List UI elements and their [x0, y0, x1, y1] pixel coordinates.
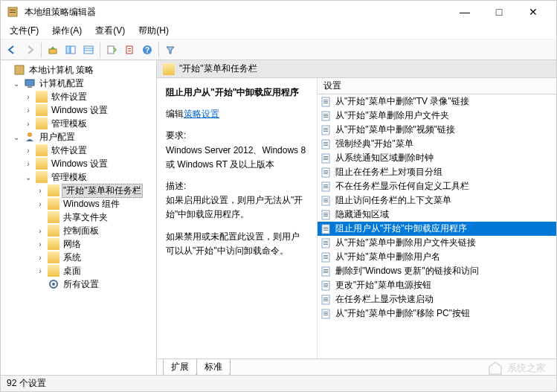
tree-root[interactable]: 本地计算机 策略	[1, 63, 156, 77]
tree-item[interactable]: ›控制面板	[1, 224, 156, 237]
up-button[interactable]	[45, 42, 61, 58]
list-item[interactable]: 从"开始"菜单删除用户文件夹	[318, 109, 556, 123]
tree-item[interactable]: ›网络	[1, 237, 156, 251]
menu-view[interactable]: 查看(V)	[89, 23, 131, 39]
policy-item-icon	[321, 308, 332, 320]
list-item[interactable]: 从"开始"菜单中删除用户名	[318, 250, 556, 264]
tree-item[interactable]: ›Windows 组件	[1, 197, 156, 211]
app-icon	[7, 6, 19, 18]
svg-rect-67	[323, 257, 328, 257]
menu-file[interactable]: 文件(F)	[4, 23, 45, 39]
svg-rect-35	[323, 144, 328, 144]
policy-item-icon	[321, 223, 332, 235]
description-text-2: 如果禁用或未配置此设置，则用户可以从"开始"中访问卸载命令。	[166, 230, 308, 258]
show-hide-tree-button[interactable]	[62, 42, 79, 58]
close-button[interactable]: ✕	[516, 1, 550, 23]
minimize-button[interactable]: —	[448, 1, 482, 23]
folder-icon	[48, 265, 59, 277]
svg-rect-84	[323, 315, 328, 315]
list-item[interactable]: 不在任务栏显示任何自定义工具栏	[318, 179, 556, 193]
svg-rect-28	[323, 117, 328, 118]
list-item[interactable]: 强制经典"开始"菜单	[318, 137, 556, 151]
folder-icon	[36, 91, 48, 103]
list-item[interactable]: 删除到"Windows 更新"的链接和访问	[318, 264, 556, 278]
tree-item[interactable]: ⌄管理模板	[1, 170, 156, 184]
list-item[interactable]: 隐藏通知区域	[318, 208, 556, 222]
list-item[interactable]: 从"开始"菜单中删除用户文件夹链接	[318, 236, 556, 250]
list-item[interactable]: 阻止访问任务栏的上下文菜单	[318, 193, 556, 208]
tree-item[interactable]: ›管理模板	[1, 117, 156, 130]
svg-rect-6	[84, 46, 93, 54]
svg-rect-36	[323, 145, 328, 146]
toolbar-separator	[100, 42, 100, 57]
svg-rect-15	[15, 65, 24, 74]
tree-item[interactable]: ›Windows 设置	[1, 103, 156, 117]
menu-help[interactable]: 帮助(H)	[132, 23, 175, 39]
svg-rect-52	[323, 202, 328, 202]
status-text: 92 个设置	[7, 377, 46, 390]
folder-icon	[48, 225, 59, 237]
list-item[interactable]: 在任务栏上显示快速启动	[318, 292, 556, 306]
policy-item-icon	[321, 294, 332, 306]
tree-computer-config[interactable]: ⌄计算机配置	[1, 77, 156, 90]
svg-point-18	[28, 132, 32, 137]
maximize-button[interactable]: □	[482, 1, 516, 23]
details-button[interactable]	[80, 42, 97, 58]
tree-start-menu-taskbar[interactable]: ›"开始"菜单和任务栏	[1, 184, 156, 197]
tree-item[interactable]: ›Windows 设置	[1, 157, 156, 170]
svg-rect-50	[323, 199, 328, 199]
svg-rect-24	[323, 103, 328, 103]
edit-policy-link[interactable]: 策略设置	[184, 109, 219, 119]
list-item[interactable]: 更改"开始"菜单电源按钮	[318, 278, 556, 292]
svg-rect-54	[323, 213, 328, 213]
list-item[interactable]: 从"开始"菜单中删除"视频"链接	[318, 123, 556, 137]
toolbar: ?	[1, 39, 556, 60]
title-bar: 本地组策略编辑器 — □ ✕	[1, 1, 556, 23]
policy-item-icon	[321, 167, 332, 179]
list-column-header[interactable]: 设置	[318, 78, 556, 94]
main-area: 本地计算机 策略 ⌄计算机配置 ›软件设置 ›Windows 设置 ›管理模板 …	[1, 60, 556, 375]
help-button[interactable]: ?	[139, 42, 155, 58]
policy-item-icon	[321, 195, 332, 207]
tree-item[interactable]: ›软件设置	[1, 90, 156, 103]
svg-rect-58	[323, 227, 328, 228]
forward-button[interactable]	[22, 42, 38, 58]
tree-item[interactable]: ›系统	[1, 251, 156, 264]
properties-button[interactable]	[121, 42, 138, 58]
list-item[interactable]: 从"开始"菜单中删除"移除 PC"按钮	[318, 306, 556, 321]
policy-item-icon	[321, 251, 332, 263]
tab-extended[interactable]: 扩展	[163, 359, 197, 375]
scope-tree[interactable]: 本地计算机 策略 ⌄计算机配置 ›软件设置 ›Windows 设置 ›管理模板 …	[1, 60, 157, 375]
svg-rect-43	[323, 172, 328, 173]
svg-rect-22	[323, 100, 328, 100]
svg-rect-2	[10, 12, 16, 13]
svg-rect-74	[323, 283, 328, 284]
tree-item[interactable]: ›桌面	[1, 264, 156, 277]
view-tabs: 扩展 标准	[157, 359, 556, 375]
menu-action[interactable]: 操作(A)	[46, 23, 88, 39]
tab-standard[interactable]: 标准	[196, 359, 231, 375]
back-button[interactable]	[4, 42, 20, 58]
svg-rect-40	[323, 159, 328, 160]
tree-item[interactable]: 共享文件夹	[1, 211, 156, 224]
svg-rect-1	[10, 10, 16, 10]
folder-icon	[48, 251, 59, 263]
list-item[interactable]: 阻止用户从"开始"中卸载应用程序	[318, 222, 556, 236]
list-item-label: 强制经典"开始"菜单	[335, 138, 413, 150]
policy-item-icon	[321, 124, 332, 136]
export-button[interactable]	[103, 42, 120, 58]
filter-button[interactable]	[162, 42, 178, 58]
list-item-label: 隐藏通知区域	[335, 208, 389, 221]
tree-all-settings[interactable]: 所有设置	[1, 277, 156, 291]
svg-rect-11	[128, 48, 131, 49]
policy-item-icon	[321, 209, 332, 221]
list-body[interactable]: 从"开始"菜单中删除"TV 录像"链接从"开始"菜单删除用户文件夹从"开始"菜单…	[318, 94, 556, 359]
list-item[interactable]: 从"开始"菜单中删除"TV 录像"链接	[318, 94, 556, 109]
list-item[interactable]: 从系统通知区域删除时钟	[318, 151, 556, 165]
svg-rect-79	[323, 299, 328, 300]
tree-item[interactable]: ›软件设置	[1, 144, 156, 157]
content-header-label: "开始"菜单和任务栏	[179, 62, 257, 75]
policy-item-icon	[321, 152, 332, 164]
tree-user-config[interactable]: ⌄用户配置	[1, 130, 156, 144]
list-item[interactable]: 阻止在任务栏上对项目分组	[318, 165, 556, 179]
